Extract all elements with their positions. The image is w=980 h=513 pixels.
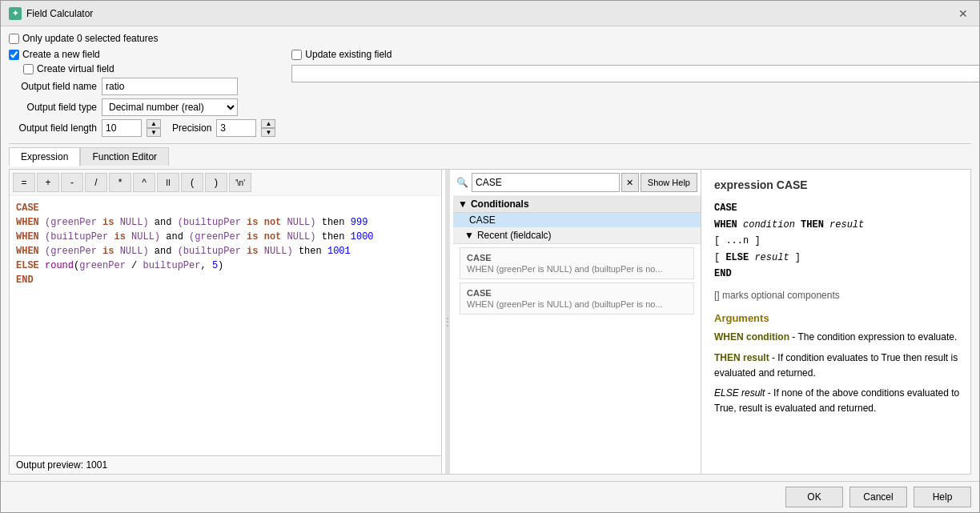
search-input[interactable]: CASE	[472, 173, 620, 192]
equals-btn[interactable]: =	[13, 173, 35, 192]
conditionals-expand-icon: ▼	[458, 198, 468, 210]
help-button[interactable]: Help	[914, 487, 971, 507]
length-up-btn[interactable]: ▲	[147, 119, 161, 128]
help-arg-then-name: THEN result	[714, 352, 769, 363]
help-syntax-case: CASE	[714, 200, 961, 216]
search-row: 🔍 CASE ✕ Show Help	[453, 170, 701, 196]
code-line-4: WHEN (greenPer is NULL) and (builtupPer …	[16, 244, 435, 259]
update-field-section: Update existing field	[291, 49, 979, 60]
code-line-5: ELSE round(greenPer / builtupPer, 5)	[16, 259, 435, 273]
only-update-checkbox-label[interactable]: Only update 0 selected features	[9, 33, 158, 44]
multiply-btn[interactable]: *	[109, 173, 131, 192]
divider	[9, 143, 971, 144]
precision-down-btn[interactable]: ▼	[261, 128, 275, 137]
help-title: expression CASE	[714, 176, 961, 194]
precision-up-btn[interactable]: ▲	[261, 119, 275, 128]
search-clear-btn[interactable]: ✕	[621, 173, 639, 192]
help-arg-else: ELSE result - If none of the above condi…	[714, 386, 961, 416]
output-field-type-select[interactable]: Decimal number (real)	[102, 98, 238, 116]
update-existing-label[interactable]: Update existing field	[291, 49, 392, 60]
update-existing-checkbox[interactable]	[291, 50, 302, 60]
help-syntax-end: END	[714, 266, 961, 282]
tree-group-recent[interactable]: ▼ Recent (fieldcalc)	[453, 227, 701, 244]
create-new-field-row: Create a new field	[9, 49, 275, 60]
precision-label: Precision	[172, 122, 211, 134]
content-area: Only update 0 selected features Create a…	[1, 26, 979, 481]
fields-section: Create a new field Create virtual field …	[9, 49, 971, 137]
create-virtual-checkbox[interactable]	[23, 64, 34, 74]
help-arg-when: WHEN condition - The condition expressio…	[714, 330, 961, 345]
close-button[interactable]: ✕	[955, 6, 971, 22]
create-virtual-field-label[interactable]: Create virtual field	[23, 63, 114, 74]
open-paren-btn[interactable]: (	[181, 173, 203, 192]
field-calculator-window: ✦ Field Calculator ✕ Only update 0 selec…	[0, 0, 980, 513]
tree-group-conditionals[interactable]: ▼ Conditionals	[453, 196, 701, 213]
preview-value: 1001	[86, 459, 107, 471]
close-paren-btn[interactable]: )	[205, 173, 227, 192]
app-icon: ✦	[9, 7, 22, 20]
output-field-length-input[interactable]: 10	[102, 119, 142, 137]
create-new-field-label[interactable]: Create a new field	[9, 49, 275, 60]
output-field-length-row: Output field length 10 ▲ ▼ Precision 3 ▲…	[9, 119, 275, 137]
null-btn[interactable]: II	[157, 173, 179, 192]
precision-input[interactable]: 3	[216, 119, 256, 137]
ok-button[interactable]: OK	[785, 487, 843, 507]
output-field-length-label: Output field length	[9, 122, 97, 134]
plus-btn[interactable]: +	[37, 173, 59, 192]
recent-expand-icon: ▼	[464, 230, 474, 241]
code-editor[interactable]: CASE WHEN (greenPer is NULL) and (builtu…	[10, 196, 441, 455]
create-new-field-checkbox[interactable]	[9, 50, 19, 60]
case-card-2[interactable]: CASE WHEN (greenPer is NULL) and (builtu…	[460, 283, 694, 315]
power-btn[interactable]: ^	[133, 173, 155, 192]
preview-bar: Output preview: 1001	[10, 455, 441, 474]
case-card-1[interactable]: CASE WHEN (greenPer is NULL) and (builtu…	[460, 247, 694, 279]
title-bar: ✦ Field Calculator ✕	[1, 1, 979, 26]
main-area: = + - / * ^ II ( ) '\n' CASE WHEN (green…	[9, 169, 971, 475]
case-card-1-title: CASE	[467, 253, 687, 263]
help-note: [] marks optional components	[714, 288, 961, 303]
newline-btn[interactable]: '\n'	[229, 173, 251, 192]
case-card-2-subtitle: WHEN (greenPer is NULL) and (builtupPer …	[467, 299, 687, 309]
only-update-checkbox[interactable]	[9, 34, 19, 44]
bottom-bar: OK Cancel Help	[1, 481, 979, 512]
function-list-panel: 🔍 CASE ✕ Show Help ▼ Conditionals CASE ▼	[453, 170, 701, 474]
create-virtual-field-row: Create virtual field	[23, 63, 275, 74]
output-field-type-label: Output field type	[9, 102, 97, 113]
show-help-btn[interactable]: Show Help	[641, 173, 697, 192]
output-field-name-label: Output field name	[9, 81, 97, 92]
code-line-2: WHEN (greenPer is NULL) and (builtupPer …	[16, 215, 435, 230]
help-content: expression CASE CASE WHEN condition THEN…	[705, 170, 970, 474]
precision-spinner[interactable]: ▲ ▼	[261, 119, 275, 137]
function-tree: ▼ Conditionals CASE ▼ Recent (fieldcalc)…	[453, 196, 701, 474]
tabs-row: Expression Function Editor	[9, 147, 971, 166]
help-syntax-else: [ ELSE result ]	[714, 250, 961, 266]
help-syntax: CASE WHEN condition THEN result [ ...n ]…	[714, 200, 961, 282]
tree-item-case[interactable]: CASE	[453, 213, 701, 227]
output-field-type-row: Output field type Decimal number (real)	[9, 98, 275, 116]
recent-label: Recent (fieldcalc)	[477, 230, 552, 241]
length-spinner[interactable]: ▲ ▼	[147, 119, 161, 137]
preview-label: Output preview:	[16, 459, 83, 471]
help-syntax-when: WHEN condition THEN result	[714, 217, 961, 233]
help-arg-when-desc: - The condition expression to evaluate.	[792, 331, 957, 343]
panel-splitter[interactable]	[445, 170, 450, 474]
window-title: Field Calculator	[26, 8, 93, 19]
help-panel: expression CASE CASE WHEN condition THEN…	[705, 170, 970, 474]
length-down-btn[interactable]: ▼	[147, 128, 161, 137]
update-field-dropdown[interactable]	[291, 65, 979, 82]
output-field-name-input[interactable]: ratio	[102, 78, 238, 95]
top-options-row: Only update 0 selected features	[9, 33, 971, 44]
search-icon: 🔍	[456, 177, 468, 188]
divide-btn[interactable]: /	[85, 173, 107, 192]
code-line-3: WHEN (builtupPer is NULL) and (greenPer …	[16, 230, 435, 244]
help-arg-then: THEN result - If condition evaluates to …	[714, 351, 961, 381]
left-fields: Create a new field Create virtual field …	[9, 49, 275, 137]
case-card-2-title: CASE	[467, 288, 687, 298]
expression-toolbar: = + - / * ^ II ( ) '\n'	[10, 170, 441, 196]
cancel-button[interactable]: Cancel	[849, 487, 907, 507]
expression-editor: = + - / * ^ II ( ) '\n' CASE WHEN (green…	[10, 170, 442, 474]
minus-btn[interactable]: -	[61, 173, 83, 192]
help-arg-else-name: ELSE result	[714, 387, 765, 399]
tab-function-editor[interactable]: Function Editor	[80, 147, 169, 166]
tab-expression[interactable]: Expression	[9, 147, 80, 166]
